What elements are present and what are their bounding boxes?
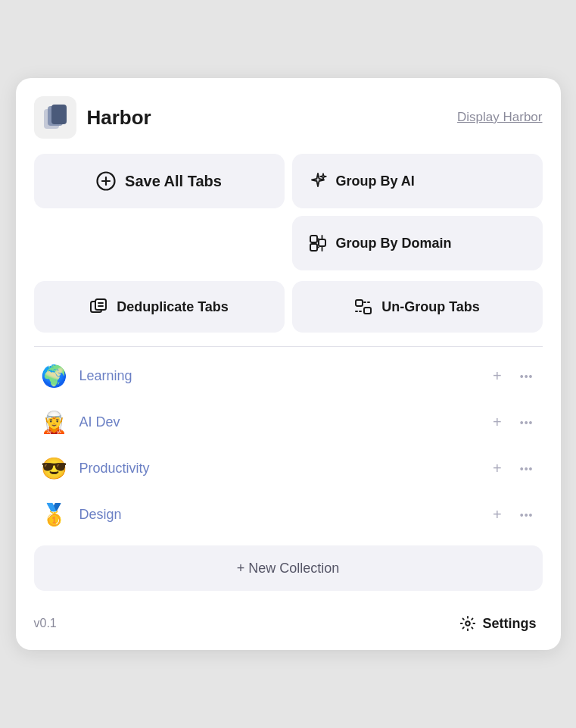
collection-add-button[interactable]: +: [490, 412, 505, 433]
deduplicate-button[interactable]: Deduplicate Tabs: [34, 281, 285, 333]
header-left: Harbor: [34, 96, 151, 139]
footer: v0.1 Settings: [34, 603, 543, 635]
group-by-domain-button[interactable]: Group By Domain: [292, 216, 543, 270]
list-item[interactable]: 🌍Learning+•••: [34, 353, 543, 399]
action-grid-bottom: Deduplicate Tabs Un-Group Tabs: [34, 281, 543, 333]
collection-menu-button[interactable]: •••: [517, 415, 537, 430]
collection-menu-button[interactable]: •••: [517, 461, 537, 476]
collection-name: Learning: [79, 368, 490, 384]
collection-item-actions: +•••: [490, 412, 536, 433]
collection-add-button[interactable]: +: [490, 366, 505, 386]
list-item[interactable]: 🧝AI Dev+•••: [34, 399, 543, 445]
collection-add-button[interactable]: +: [490, 505, 505, 525]
ungroup-icon: [354, 298, 372, 316]
svg-rect-2: [51, 105, 67, 124]
collection-add-button[interactable]: +: [490, 458, 505, 479]
main-card: Harbor Display Harbor Save All Tabs: [16, 78, 561, 650]
logo-icon: [41, 103, 70, 132]
collection-name: Productivity: [79, 461, 490, 476]
header: Harbor Display Harbor: [34, 96, 543, 139]
svg-rect-7: [310, 244, 317, 251]
collection-emoji: 🌍: [40, 364, 69, 389]
app-title: Harbor: [87, 106, 151, 130]
group-by-ai-button[interactable]: Group By AI: [292, 154, 543, 208]
save-all-button[interactable]: Save All Tabs: [34, 154, 285, 208]
dedup-icon: [89, 298, 107, 316]
sparkle-icon: [309, 172, 327, 190]
settings-button[interactable]: Settings: [453, 612, 542, 635]
save-all-label: Save All Tabs: [125, 173, 222, 190]
collection-emoji: 😎: [40, 456, 69, 481]
new-collection-label: + New Collection: [237, 561, 340, 576]
save-all-icon: [96, 171, 116, 191]
svg-point-21: [466, 621, 471, 626]
group-ai-label: Group By AI: [336, 173, 415, 189]
svg-rect-14: [95, 299, 106, 310]
list-item[interactable]: 😎Productivity+•••: [34, 445, 543, 492]
action-grid-top: Save All Tabs Group By AI: [34, 154, 543, 270]
collection-emoji: 🥇: [40, 502, 69, 527]
collection-name: Design: [79, 507, 490, 523]
display-harbor-link[interactable]: Display Harbor: [457, 110, 542, 125]
collection-menu-button[interactable]: •••: [517, 508, 537, 523]
svg-rect-8: [319, 239, 325, 246]
collection-menu-button[interactable]: •••: [517, 369, 537, 384]
svg-rect-17: [356, 300, 363, 306]
settings-label: Settings: [482, 616, 536, 632]
list-item[interactable]: 🥇Design+•••: [34, 492, 543, 538]
divider: [34, 346, 543, 347]
ungroup-label: Un-Group Tabs: [381, 299, 480, 315]
gear-icon: [459, 615, 476, 632]
collection-item-actions: +•••: [490, 505, 536, 525]
deduplicate-label: Deduplicate Tabs: [117, 299, 229, 315]
collection-name: AI Dev: [79, 414, 490, 430]
svg-rect-6: [310, 236, 317, 242]
collection-item-actions: +•••: [490, 458, 536, 479]
svg-rect-18: [364, 308, 371, 314]
version-text: v0.1: [34, 617, 57, 630]
collection-item-actions: +•••: [490, 366, 536, 386]
collections-list: 🌍Learning+•••🧝AI Dev+•••😎Productivity+••…: [34, 353, 543, 538]
collection-emoji: 🧝: [40, 410, 69, 435]
new-collection-button[interactable]: + New Collection: [34, 545, 543, 591]
ungroup-button[interactable]: Un-Group Tabs: [292, 281, 543, 333]
group-domain-label: Group By Domain: [336, 236, 452, 252]
app-container: Harbor Display Harbor Save All Tabs: [0, 0, 576, 728]
domain-icon: [309, 234, 327, 252]
app-logo: [34, 96, 76, 139]
